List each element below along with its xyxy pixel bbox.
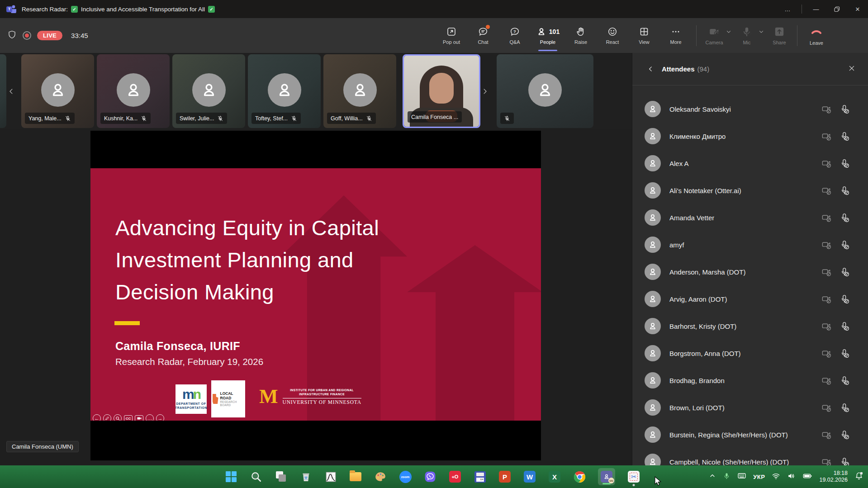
filmstrip-scroll-left-button[interactable]	[5, 54, 17, 128]
next-slide-button[interactable]: →	[156, 414, 164, 421]
camera-off-icon[interactable]	[821, 294, 832, 304]
video-tile[interactable]: Kushnir, Ka...	[97, 54, 170, 128]
wifi-icon[interactable]	[772, 472, 780, 482]
mic-off-icon[interactable]	[840, 240, 850, 250]
excel-icon[interactable]: X	[548, 470, 561, 483]
file-explorer-icon[interactable]	[349, 470, 362, 483]
viber-icon[interactable]	[424, 470, 436, 483]
leave-button[interactable]: Leave	[802, 20, 831, 52]
zoom-icon[interactable]: zoom	[399, 470, 412, 483]
attendee-row[interactable]: Amanda Vetter	[632, 204, 868, 231]
mic-off-icon[interactable]	[840, 294, 850, 304]
mic-off-icon[interactable]	[840, 185, 850, 196]
mic-button[interactable]: Mic	[734, 20, 760, 52]
mic-off-icon[interactable]	[840, 321, 850, 332]
camera-off-icon[interactable]	[821, 213, 832, 223]
more-slide-options-button[interactable]: …	[146, 414, 154, 421]
attendee-row[interactable]: Arvig, Aaron (DOT)	[632, 285, 868, 313]
shield-icon[interactable]	[7, 30, 17, 41]
minimize-button[interactable]: —	[806, 0, 826, 18]
teams-taskbar-icon[interactable]: uu	[598, 468, 615, 485]
graph-app-icon[interactable]	[324, 470, 337, 483]
camera-off-icon[interactable]	[821, 104, 832, 114]
camera-feed-button[interactable]	[135, 415, 143, 421]
closed-captions-button[interactable]: CC	[124, 415, 133, 421]
paint-icon[interactable]	[374, 470, 387, 483]
attendee-row[interactable]: Burstein, Regina (She/Her/Hers) (DOT)	[632, 421, 868, 448]
attendee-row[interactable]: Клименко Дмитро	[632, 123, 868, 150]
magnifier-button[interactable]	[114, 414, 122, 421]
camera-off-icon[interactable]	[821, 375, 832, 386]
popout-button[interactable]: Pop out	[436, 20, 467, 52]
previous-slide-button[interactable]: ←	[93, 414, 101, 421]
start-button-icon[interactable]	[225, 470, 237, 483]
mic-off-icon[interactable]	[840, 267, 850, 277]
mic-off-icon[interactable]	[840, 158, 850, 169]
attendee-row[interactable]: Brodhag, Brandon	[632, 367, 868, 394]
tray-chevron-up-icon[interactable]	[709, 472, 716, 481]
attendee-row[interactable]: Oleksandr Savoiskyi	[632, 95, 868, 123]
camera-off-icon[interactable]	[821, 158, 832, 169]
language-indicator[interactable]: УКР	[753, 474, 765, 480]
battery-icon[interactable]	[802, 471, 812, 483]
pen-annotate-button[interactable]	[103, 414, 111, 421]
emulator-icon[interactable]	[474, 470, 486, 483]
attendee-row[interactable]: Borgstrom, Anna (DOT)	[632, 340, 868, 367]
camera-off-icon[interactable]	[821, 131, 832, 142]
camera-off-icon[interactable]	[821, 457, 832, 466]
search-icon[interactable]	[250, 470, 262, 483]
react-button[interactable]: React	[597, 20, 628, 52]
mic-off-icon[interactable]	[840, 430, 850, 440]
mic-off-icon[interactable]	[840, 213, 850, 223]
close-panel-icon[interactable]	[848, 65, 855, 74]
attendee-row[interactable]: Alex A	[632, 150, 868, 177]
camera-off-icon[interactable]	[821, 403, 832, 413]
attendee-row[interactable]: Anderson, Marsha (DOT)	[632, 258, 868, 285]
camera-off-icon[interactable]	[821, 267, 832, 277]
more-button[interactable]: More	[660, 20, 692, 52]
video-tile[interactable]	[497, 54, 593, 128]
raise-hand-button[interactable]: Raise	[565, 20, 597, 52]
back-chevron-icon[interactable]	[647, 65, 655, 73]
task-view-icon[interactable]	[275, 470, 287, 483]
restore-button[interactable]	[826, 0, 847, 18]
attendee-row[interactable]: amyf	[632, 231, 868, 258]
touch-keyboard-icon[interactable]	[737, 471, 746, 482]
mic-off-icon[interactable]	[840, 375, 850, 386]
video-tile[interactable]: Toftey, Stef...	[248, 54, 321, 128]
attendee-row[interactable]: Brown, Lori (DOT)	[632, 394, 868, 421]
mic-options-chevron-icon[interactable]	[758, 28, 764, 37]
active-speaker-tile[interactable]: Camila Fonseca ...	[403, 54, 480, 128]
video-tile[interactable]: Swiler, Julie...	[172, 54, 245, 128]
mic-off-icon[interactable]	[840, 131, 850, 142]
close-button[interactable]: ✕	[847, 0, 868, 18]
chat-button[interactable]: Chat	[467, 20, 499, 52]
titlebar-more-button[interactable]: …	[777, 0, 798, 18]
video-tile[interactable]: Goff, Willia...	[323, 54, 396, 128]
chrome-icon[interactable]	[573, 470, 586, 483]
mic-off-icon[interactable]	[840, 348, 850, 359]
camera-options-chevron-icon[interactable]	[726, 28, 732, 37]
camera-off-icon[interactable]	[821, 348, 832, 359]
video-tile[interactable]: Yang, Male...	[21, 54, 94, 128]
notification-bell-icon[interactable]	[854, 471, 863, 482]
share-button[interactable]: Share	[766, 20, 792, 52]
attendee-row[interactable]: Campbell, Nicole (She/Her/Hers) (DOT)	[632, 448, 868, 465]
camera-off-icon[interactable]	[821, 430, 832, 440]
mic-off-icon[interactable]	[840, 104, 850, 114]
camera-off-icon[interactable]	[821, 321, 832, 332]
view-button[interactable]: View	[628, 20, 660, 52]
camera-button[interactable]: Camera	[701, 20, 727, 52]
filmstrip-scroll-right-button[interactable]	[479, 54, 491, 128]
qa-button[interactable]: ? Q&A	[499, 20, 531, 52]
word-icon[interactable]: W	[523, 470, 536, 483]
recycle-bin-icon[interactable]	[299, 470, 312, 483]
camera-off-icon[interactable]	[821, 240, 832, 250]
mic-off-icon[interactable]	[840, 403, 850, 413]
mic-off-icon[interactable]	[840, 457, 850, 466]
volume-icon[interactable]	[787, 472, 796, 482]
people-button[interactable]: 101 People	[531, 20, 565, 52]
camera-off-icon[interactable]	[821, 185, 832, 196]
snipping-tool-icon[interactable]: ✂	[627, 470, 640, 483]
attendee-row[interactable]: Barhorst, Kristy (DOT)	[632, 313, 868, 340]
